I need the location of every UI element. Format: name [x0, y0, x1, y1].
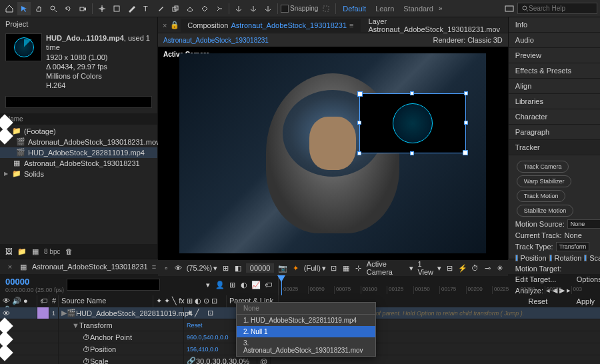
- renderer-dropdown[interactable]: Classic 3D: [467, 36, 503, 44]
- fast-prev-icon[interactable]: ⚡: [458, 264, 467, 272]
- roi-icon[interactable]: ⊡: [330, 264, 338, 272]
- pixel-ar-icon[interactable]: ⊟: [445, 264, 453, 272]
- playhead[interactable]: [281, 275, 282, 295]
- link-icon[interactable]: 🔗: [187, 357, 196, 364]
- half-icon[interactable]: ◧: [234, 264, 242, 272]
- pen-tool[interactable]: [125, 2, 138, 15]
- stopwatch-icon[interactable]: ⏱: [83, 333, 90, 341]
- interpret-icon[interactable]: 🖼: [4, 247, 13, 255]
- motion-source-dropdown[interactable]: None: [567, 219, 600, 229]
- timeline-search[interactable]: [67, 279, 160, 291]
- alpha-icon[interactable]: ▫: [162, 264, 170, 272]
- stabilize-motion-button[interactable]: Stabilize Motion: [517, 205, 574, 217]
- anchor-tool[interactable]: [95, 2, 109, 15]
- axis-view-icon[interactable]: [261, 2, 275, 15]
- timeline-icon[interactable]: ⏱: [471, 264, 479, 272]
- comp-new-icon[interactable]: ▦: [31, 247, 40, 255]
- composition-viewer[interactable]: Active Camera: [158, 47, 508, 260]
- panel-effects[interactable]: Effects & Presets: [509, 63, 600, 79]
- snap-opts-icon[interactable]: [319, 2, 333, 15]
- camera-tool[interactable]: [76, 2, 89, 15]
- dropdown-item[interactable]: None: [237, 303, 375, 315]
- tab-close-icon[interactable]: ×: [5, 263, 15, 271]
- rotation-checkbox[interactable]: [549, 255, 552, 261]
- track-camera-button[interactable]: Track Camera: [517, 161, 569, 173]
- frame-blend-icon[interactable]: ⊞: [227, 281, 237, 289]
- stopwatch-icon[interactable]: ⏱: [83, 357, 90, 365]
- tree-item[interactable]: 🎬Astronaut_AdobeStock_193018231.mov: [0, 137, 157, 147]
- zoom-dropdown[interactable]: (75.2%)▾: [187, 264, 218, 273]
- axis-local-icon[interactable]: [232, 2, 245, 15]
- text-tool[interactable]: T: [139, 2, 153, 15]
- timecode[interactable]: 00000: [5, 277, 64, 287]
- name-column[interactable]: Name: [0, 113, 157, 125]
- workspace-default[interactable]: Default: [343, 5, 366, 13]
- tree-folder-footage[interactable]: ▼📁(Footage): [0, 126, 157, 137]
- timecode-display[interactable]: 00000: [246, 263, 275, 273]
- panel-paragraph[interactable]: Paragraph: [509, 125, 600, 140]
- panel-libraries[interactable]: Libraries: [509, 94, 600, 109]
- guides-icon[interactable]: ⊹: [354, 264, 362, 272]
- track-motion-button[interactable]: Track Motion: [517, 190, 566, 202]
- breadcrumb[interactable]: Astronaut_AdobeStock_193018231: [163, 37, 269, 44]
- share-icon[interactable]: [503, 2, 516, 15]
- panel-tracker[interactable]: Tracker≡: [509, 140, 600, 155]
- panel-preview[interactable]: Preview: [509, 48, 600, 63]
- tab-close-icon[interactable]: ×: [161, 21, 169, 29]
- panel-align[interactable]: Align: [509, 79, 600, 94]
- tab-composition[interactable]: CompositionAstronaut_AdobeStock_19301823…: [181, 19, 360, 32]
- folder-new-icon[interactable]: 📁: [17, 247, 27, 255]
- visibility-icon[interactable]: 👁: [3, 309, 10, 317]
- selection-tool[interactable]: [17, 2, 31, 15]
- home-icon[interactable]: [3, 2, 16, 15]
- tree-folder-solids[interactable]: ▶📁Solids: [0, 169, 157, 179]
- tree-comp[interactable]: ▦Astronaut_AdobeStock_193018231: [0, 158, 157, 169]
- puppet-tool[interactable]: [213, 2, 226, 15]
- motion-blur-icon[interactable]: ◐: [239, 281, 249, 289]
- project-search[interactable]: [5, 96, 152, 108]
- mag-icon[interactable]: 👁: [174, 264, 182, 272]
- eraser-tool[interactable]: [183, 2, 197, 15]
- rotate-tool[interactable]: [61, 2, 75, 15]
- scale-checkbox[interactable]: [584, 255, 587, 261]
- snapshot-icon[interactable]: 📷: [278, 264, 287, 272]
- timeline-tab[interactable]: Astronaut_AdobeStock_193018231: [32, 263, 148, 271]
- panel-audio[interactable]: Audio: [509, 33, 600, 48]
- snapping-checkbox[interactable]: [281, 5, 289, 13]
- stopwatch-icon[interactable]: ⏱: [83, 345, 90, 353]
- lock-icon[interactable]: 🔒: [170, 21, 179, 29]
- comp-mini-icon[interactable]: ▾: [203, 281, 213, 289]
- pickwhip-icon[interactable]: @: [260, 357, 267, 365]
- workspace-standard[interactable]: Standard: [403, 5, 433, 13]
- workspace-learn[interactable]: Learn: [375, 5, 394, 13]
- position-checkbox[interactable]: [515, 255, 518, 261]
- roto-tool[interactable]: [198, 2, 211, 15]
- shape-tool[interactable]: [110, 2, 123, 15]
- search-input[interactable]: [529, 5, 582, 12]
- timeline-ruler[interactable]: 0002500050000750010000125001500017500200…: [279, 274, 600, 295]
- warp-stabilizer-button[interactable]: Warp Stabilizer: [517, 175, 572, 187]
- tag-icon[interactable]: 🏷: [263, 281, 273, 289]
- search-help[interactable]: [517, 3, 597, 14]
- dropdown-item[interactable]: 1. HUD_AdobeStock_282811019.mp4: [237, 315, 375, 326]
- dropdown-item[interactable]: 2. Null 1: [237, 326, 375, 337]
- panel-character[interactable]: Character: [509, 109, 600, 125]
- channels-icon[interactable]: ✦: [291, 264, 299, 272]
- resolution-icon[interactable]: ⊞: [221, 264, 229, 272]
- dropdown-item[interactable]: 3. Astronaut_AdobeStock_193018231.mov: [237, 337, 375, 356]
- tab-layer[interactable]: Layer Astronaut_AdobeStock_193018231.mov: [362, 15, 508, 36]
- zoom-tool[interactable]: [47, 2, 60, 15]
- clone-tool[interactable]: [169, 2, 182, 15]
- hand-tool[interactable]: [32, 2, 45, 15]
- res-dropdown[interactable]: (Full)▾: [304, 264, 326, 273]
- hud-overlay[interactable]: [359, 93, 466, 153]
- workspace-more[interactable]: »: [439, 5, 443, 12]
- grid-icon[interactable]: ▦: [342, 264, 350, 272]
- shy-icon[interactable]: 👤: [215, 281, 225, 289]
- trash-icon[interactable]: 🗑: [64, 247, 73, 255]
- brush-tool[interactable]: [154, 2, 167, 15]
- axis-world-icon[interactable]: [247, 2, 260, 15]
- graph-icon[interactable]: 📈: [251, 281, 261, 289]
- bpc-label[interactable]: 8 bpc: [44, 248, 60, 255]
- panel-info[interactable]: Info: [509, 17, 600, 33]
